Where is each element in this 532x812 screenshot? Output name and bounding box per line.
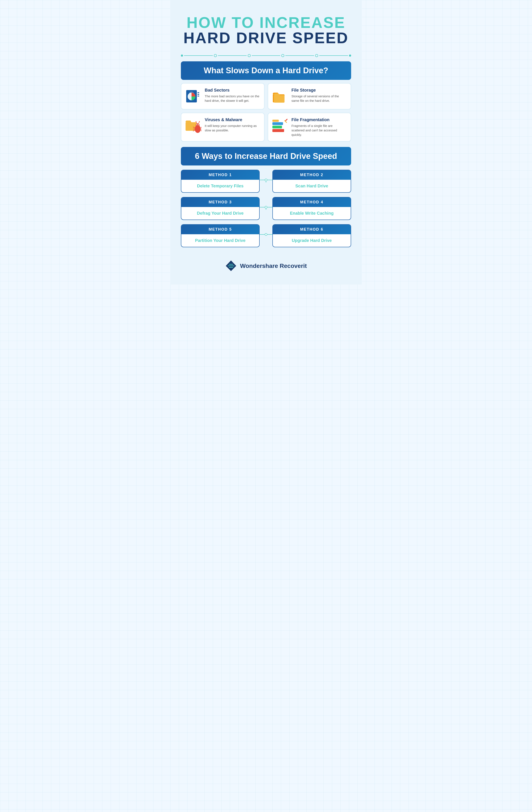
svg-rect-5 xyxy=(197,96,199,97)
brand-logo-icon xyxy=(225,260,237,272)
virus-desc: It will keep your computer running as sl… xyxy=(205,124,260,132)
method-4-number: METHOD 4 xyxy=(300,200,323,204)
method-4-header: METHOD 4 xyxy=(273,198,351,207)
method-4-title: Enable Write Caching xyxy=(290,211,334,216)
method-6-body: Upgrade Hard Drive xyxy=(273,234,351,247)
method-6-header: METHOD 6 xyxy=(273,225,351,234)
method-5-number: METHOD 5 xyxy=(209,227,232,231)
title-line1: HOW TO INCREASE xyxy=(181,15,351,30)
method-1-header: METHOD 1 xyxy=(181,170,259,180)
method-5-header: METHOD 5 xyxy=(181,225,259,234)
connector-5-6 xyxy=(260,234,272,237)
svg-point-22 xyxy=(195,121,196,122)
svg-point-14 xyxy=(198,125,199,125)
slows-banner: What Slows Down a Hard Drive? xyxy=(181,61,351,80)
bad-sectors-card: Bad Sectors The more bad sectors you hav… xyxy=(181,83,265,110)
file-storage-card: File Storage Storage of several versions… xyxy=(268,83,351,110)
method-2-card: METHOD 2 Scan Hard Drive xyxy=(272,170,351,193)
method-row-2: METHOD 3 Defrag Your Hard Drive METHOD 4 xyxy=(181,197,351,220)
method-2-header: METHOD 2 xyxy=(273,170,351,180)
divider xyxy=(181,54,351,57)
bad-sectors-icon xyxy=(184,88,202,105)
svg-rect-3 xyxy=(197,92,199,93)
fragmentation-icon xyxy=(271,117,289,134)
file-storage-title: File Storage xyxy=(292,88,346,93)
svg-rect-26 xyxy=(272,126,282,128)
bad-sectors-title: Bad Sectors xyxy=(205,88,260,93)
connector-1-2 xyxy=(260,180,272,183)
virus-text: Viruses & Malware It will keep your comp… xyxy=(205,117,260,132)
method-6-number: METHOD 6 xyxy=(300,227,323,231)
fragmentation-card: File Fragmentation Fragments of a single… xyxy=(268,113,351,142)
method-row-3: METHOD 5 Partition Your Hard Drive METHO… xyxy=(181,224,351,247)
virus-icon xyxy=(184,117,202,134)
brand-name: Wondershare Recoverit xyxy=(240,263,307,270)
file-storage-icon xyxy=(271,88,289,105)
page-header: HOW TO INCREASE HARD DRIVE SPEED xyxy=(181,9,351,50)
svg-line-23 xyxy=(198,122,200,123)
fragmentation-desc: Fragments of a single file are scattered… xyxy=(292,124,346,137)
method-4-card: METHOD 4 Enable Write Caching xyxy=(272,197,351,220)
svg-rect-4 xyxy=(197,94,199,95)
method-row-1: METHOD 1 Delete Temporary Files METHOD 2 xyxy=(181,170,351,193)
file-storage-text: File Storage Storage of several versions… xyxy=(292,88,346,103)
method-3-title: Defrag Your Hard Drive xyxy=(197,211,243,216)
bad-sectors-desc: The more bad sectors you have on the har… xyxy=(205,94,260,103)
method-1-number: METHOD 1 xyxy=(209,173,232,177)
svg-rect-25 xyxy=(272,129,284,132)
file-storage-desc: Storage of several versions of the same … xyxy=(292,94,346,103)
method-4-body: Enable Write Caching xyxy=(273,207,351,220)
svg-rect-7 xyxy=(274,95,284,103)
method-6-title: Upgrade Hard Drive xyxy=(292,238,332,243)
method-5-title: Partition Your Hard Drive xyxy=(195,238,245,243)
bad-sectors-text: Bad Sectors The more bad sectors you hav… xyxy=(205,88,260,103)
fragmentation-title: File Fragmentation xyxy=(292,117,346,122)
slows-title: What Slows Down a Hard Drive? xyxy=(188,66,344,75)
svg-rect-27 xyxy=(272,122,283,125)
svg-point-13 xyxy=(197,125,197,125)
virus-title: Viruses & Malware xyxy=(205,117,260,122)
svg-line-18 xyxy=(201,127,202,128)
method-2-title: Scan Hard Drive xyxy=(295,184,328,188)
method-3-body: Defrag Your Hard Drive xyxy=(181,207,259,220)
method-3-header: METHOD 3 xyxy=(181,198,259,207)
method-3-card: METHOD 3 Defrag Your Hard Drive xyxy=(181,197,260,220)
fragmentation-text: File Fragmentation Fragments of a single… xyxy=(292,117,346,137)
footer: Wondershare Recoverit xyxy=(181,256,351,272)
connector-3-4 xyxy=(260,207,272,210)
ways-banner: 6 Ways to Increase Hard Drive Speed xyxy=(181,147,351,165)
method-5-card: METHOD 5 Partition Your Hard Drive xyxy=(181,224,260,247)
title-line2: HARD DRIVE SPEED xyxy=(181,30,351,46)
method-1-title: Delete Temporary Files xyxy=(197,184,243,188)
method-3-number: METHOD 3 xyxy=(209,200,232,204)
methods-section: METHOD 1 Delete Temporary Files METHOD 2 xyxy=(181,170,351,247)
method-2-number: METHOD 2 xyxy=(300,173,323,177)
method-1-card: METHOD 1 Delete Temporary Files xyxy=(181,170,260,193)
method-5-body: Partition Your Hard Drive xyxy=(181,234,259,247)
svg-point-24 xyxy=(199,121,200,122)
virus-card: Viruses & Malware It will keep your comp… xyxy=(181,113,265,142)
svg-rect-28 xyxy=(272,120,279,122)
slows-cards-grid: Bad Sectors The more bad sectors you hav… xyxy=(181,83,351,142)
method-6-card: METHOD 6 Upgrade Hard Drive xyxy=(272,224,351,247)
method-2-body: Scan Hard Drive xyxy=(273,180,351,192)
svg-point-10 xyxy=(196,123,200,127)
ways-title: 6 Ways to Increase Hard Drive Speed xyxy=(188,151,344,161)
svg-line-20 xyxy=(201,130,202,131)
method-1-body: Delete Temporary Files xyxy=(181,180,259,192)
